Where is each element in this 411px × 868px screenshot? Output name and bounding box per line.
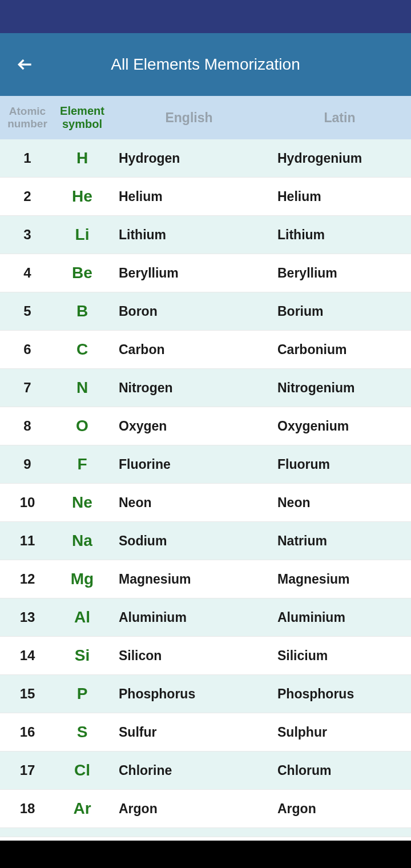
table-row[interactable]: 6CCarbonCarbonium <box>0 331 411 369</box>
cell-english-name: Argon <box>110 801 268 817</box>
back-arrow-icon <box>16 55 34 74</box>
table-row[interactable]: 2HeHeliumHelium <box>0 178 411 216</box>
table-header: Atomicnumber Elementsymbol English Latin <box>0 96 411 139</box>
cell-english-name: Aluminium <box>110 610 268 625</box>
cell-english-name: Beryllium <box>110 266 268 281</box>
cell-atomic-number: 14 <box>0 648 55 664</box>
cell-english-name: Lithium <box>110 227 268 243</box>
table-row[interactable]: 14SiSiliconSilicium <box>0 637 411 675</box>
header-atomic-number: Atomicnumber <box>0 105 55 130</box>
cell-element-symbol: Si <box>55 646 110 665</box>
cell-atomic-number: 18 <box>0 801 55 817</box>
cell-element-symbol: P <box>55 685 110 703</box>
cell-english-name: Fluorine <box>110 457 268 472</box>
cell-english-name: Sodium <box>110 533 268 549</box>
cell-english-name: Silicon <box>110 648 268 664</box>
header-english: English <box>110 110 268 126</box>
cell-latin-name: Beryllium <box>268 266 411 281</box>
table-row[interactable]: 3LiLithiumLithium <box>0 216 411 254</box>
table-row[interactable]: 9FFluorineFluorum <box>0 445 411 484</box>
table-row[interactable]: 1HHydrogenHydrogenium <box>0 139 411 178</box>
cell-english-name: Boron <box>110 304 268 319</box>
cell-latin-name: Lithium <box>268 227 411 243</box>
table-row[interactable]: 13AlAluminiumAluminium <box>0 598 411 637</box>
cell-latin-name: Silicium <box>268 648 411 664</box>
cell-element-symbol: Ar <box>55 799 110 818</box>
cell-atomic-number: 12 <box>0 571 55 587</box>
cell-latin-name: Sulphur <box>268 725 411 740</box>
cell-latin-name: Nitrogenium <box>268 380 411 396</box>
cell-latin-name: Natrium <box>268 533 411 549</box>
cell-element-symbol: O <box>55 417 110 435</box>
cell-latin-name: Phosphorus <box>268 686 411 702</box>
cell-atomic-number: 1 <box>0 150 55 166</box>
cell-latin-name: Chlorum <box>268 763 411 778</box>
cell-latin-name: Carbonium <box>268 342 411 357</box>
cell-atomic-number: 5 <box>0 303 55 319</box>
cell-element-symbol: S <box>55 723 110 741</box>
table-row[interactable]: 11NaSodiumNatrium <box>0 522 411 560</box>
header-latin: Latin <box>268 110 411 126</box>
table-row[interactable]: K <box>0 828 411 837</box>
status-bar <box>0 0 411 33</box>
cell-english-name: Sulfur <box>110 725 268 740</box>
cell-element-symbol: Na <box>55 532 110 550</box>
cell-latin-name: Argon <box>268 801 411 817</box>
cell-atomic-number: 15 <box>0 686 55 702</box>
cell-latin-name: Hydrogenium <box>268 151 411 166</box>
table-row[interactable]: 5BBoronBorium <box>0 292 411 331</box>
cell-element-symbol: H <box>55 149 110 167</box>
cell-english-name: Nitrogen <box>110 380 268 396</box>
cell-atomic-number: 17 <box>0 762 55 778</box>
cell-atomic-number: 8 <box>0 418 55 434</box>
cell-element-symbol: Li <box>55 226 110 244</box>
cell-english-name: Helium <box>110 189 268 204</box>
cell-atomic-number: 7 <box>0 380 55 396</box>
cell-element-symbol: Be <box>55 264 110 282</box>
table-row[interactable]: 18ArArgonArgon <box>0 790 411 828</box>
cell-english-name: Neon <box>110 495 268 511</box>
table-row[interactable]: 17ClChlorineChlorum <box>0 752 411 790</box>
back-button[interactable] <box>11 51 39 78</box>
cell-latin-name: Magnesium <box>268 572 411 587</box>
cell-atomic-number: 3 <box>0 227 55 243</box>
cell-latin-name: Helium <box>268 189 411 204</box>
table-row[interactable]: 4BeBerylliumBeryllium <box>0 254 411 292</box>
cell-english-name: Oxygen <box>110 419 268 434</box>
cell-element-symbol: K <box>55 828 110 837</box>
bottom-nav-bar <box>0 841 411 868</box>
cell-atomic-number: 6 <box>0 341 55 357</box>
cell-atomic-number: 16 <box>0 724 55 740</box>
cell-atomic-number: 13 <box>0 609 55 625</box>
cell-english-name: Phosphorus <box>110 686 268 702</box>
table-row[interactable]: 15PPhosphorusPhosphorus <box>0 675 411 713</box>
cell-atomic-number: 2 <box>0 188 55 204</box>
cell-element-symbol: He <box>55 187 110 206</box>
cell-atomic-number: 11 <box>0 533 55 549</box>
table-row[interactable]: 16SSulfurSulphur <box>0 713 411 752</box>
cell-latin-name: Neon <box>268 495 411 511</box>
cell-latin-name: Borium <box>268 304 411 319</box>
cell-element-symbol: C <box>55 340 110 359</box>
table-row[interactable]: 12MgMagnesiumMagnesium <box>0 560 411 598</box>
cell-english-name: Carbon <box>110 342 268 357</box>
cell-atomic-number: 9 <box>0 456 55 472</box>
cell-atomic-number: 4 <box>0 265 55 281</box>
cell-element-symbol: Mg <box>55 570 110 588</box>
cell-english-name: Chlorine <box>110 763 268 778</box>
cell-element-symbol: Ne <box>55 493 110 512</box>
table-row[interactable]: 8OOxygenOxygenium <box>0 407 411 445</box>
table-row[interactable]: 10NeNeonNeon <box>0 484 411 522</box>
header-element-symbol: Elementsymbol <box>55 105 110 131</box>
cell-element-symbol: Al <box>55 608 110 626</box>
cell-english-name: Magnesium <box>110 572 268 587</box>
cell-latin-name: Fluorum <box>268 457 411 472</box>
cell-element-symbol: N <box>55 379 110 397</box>
cell-atomic-number: 10 <box>0 495 55 511</box>
cell-latin-name: Oxygenium <box>268 419 411 434</box>
table-body[interactable]: 1HHydrogenHydrogenium2HeHeliumHelium3LiL… <box>0 139 411 841</box>
page-title: All Elements Memorization <box>111 55 300 74</box>
cell-element-symbol: Cl <box>55 761 110 779</box>
table-row[interactable]: 7NNitrogenNitrogenium <box>0 369 411 407</box>
cell-element-symbol: F <box>55 455 110 473</box>
